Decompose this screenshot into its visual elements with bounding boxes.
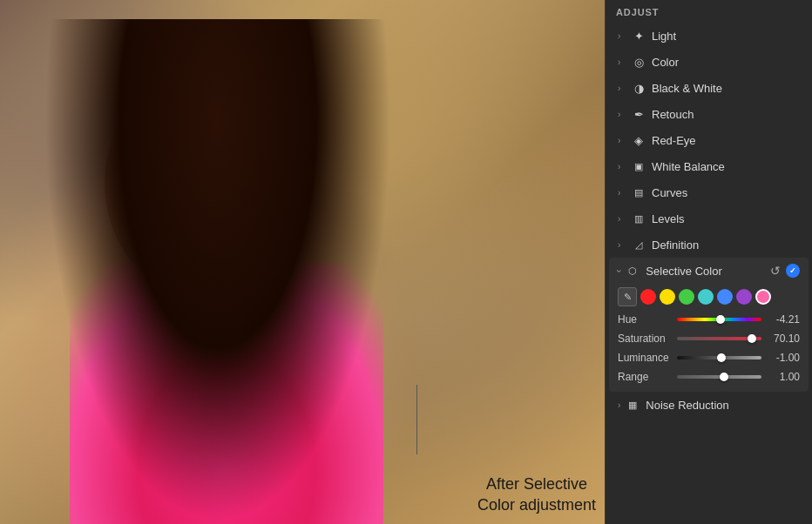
- chevron-icon: ›: [614, 269, 624, 272]
- adjust-list: › ✦ Light › ◎ Color › ◑ Black & White › …: [606, 23, 812, 524]
- swatch-cyan[interactable]: [698, 289, 714, 305]
- saturation-label: Saturation: [618, 333, 672, 345]
- saturation-thumb[interactable]: [748, 334, 756, 343]
- undo-button[interactable]: ↺: [770, 264, 781, 278]
- photo-area: After Selective Color adjustment: [0, 0, 605, 524]
- panel-title: ADJUST: [606, 0, 812, 23]
- sidebar-item-black-white[interactable]: › ◑ Black & White: [609, 75, 809, 101]
- sidebar-item-curves[interactable]: › ▤ Curves: [609, 179, 809, 205]
- curves-icon: ▤: [632, 185, 646, 199]
- range-slider-row: Range 1.00: [609, 367, 809, 386]
- chevron-icon: ›: [618, 162, 626, 171]
- noise-reduction-icon: ▦: [626, 398, 639, 412]
- swatch-blue[interactable]: [717, 289, 733, 305]
- chevron-icon: ›: [618, 110, 626, 119]
- chevron-icon: ›: [618, 214, 626, 224]
- adjust-panel: ADJUST › ✦ Light › ◎ Color › ◑ Black & W…: [605, 0, 812, 524]
- luminance-slider-row: Luminance -1.00: [609, 348, 809, 367]
- retouch-icon: ✒: [632, 107, 646, 121]
- sidebar-item-label: Black & White: [652, 82, 800, 95]
- sidebar-item-label: Definition: [652, 238, 800, 252]
- sidebar-item-selective-color[interactable]: › ⬡ Selective Color ↺: [609, 258, 809, 284]
- saturation-slider-row: Saturation 70.10: [609, 329, 809, 348]
- selective-color-actions: ↺: [770, 264, 800, 278]
- white-balance-icon: ▣: [632, 159, 646, 173]
- annotation-line: [416, 385, 417, 454]
- light-icon: ✦: [632, 29, 646, 43]
- person-overlay: [44, 19, 392, 524]
- saturation-value: 70.10: [767, 333, 800, 345]
- sidebar-item-label: Retouch: [652, 108, 800, 121]
- sidebar-item-light[interactable]: › ✦ Light: [609, 23, 809, 49]
- luminance-label: Luminance: [618, 352, 672, 364]
- black-white-icon: ◑: [632, 81, 646, 95]
- sidebar-item-noise-reduction[interactable]: › ▦ Noise Reduction: [609, 392, 809, 418]
- hue-label: Hue: [618, 313, 672, 326]
- luminance-value: -1.00: [767, 352, 800, 364]
- chevron-icon: ›: [618, 136, 626, 145]
- hue-value: -4.21: [767, 313, 800, 326]
- color-icon: ◎: [632, 55, 646, 69]
- sidebar-item-label: Color: [652, 56, 800, 69]
- luminance-thumb[interactable]: [717, 353, 726, 362]
- sidebar-item-label: Noise Reduction: [646, 399, 728, 412]
- red-eye-icon: ◈: [632, 133, 646, 147]
- sidebar-item-levels[interactable]: › ▥ Levels: [609, 205, 809, 232]
- range-thumb[interactable]: [720, 373, 728, 381]
- range-value: 1.00: [767, 371, 800, 383]
- sidebar-item-retouch[interactable]: › ✒ Retouch: [609, 101, 809, 127]
- eyedropper-button[interactable]: ✎: [618, 287, 637, 306]
- levels-icon: ▥: [632, 212, 646, 225]
- selective-color-section: › ⬡ Selective Color ↺ ✎: [609, 258, 809, 392]
- sidebar-item-label: Levels: [652, 212, 800, 225]
- luminance-slider[interactable]: [677, 356, 761, 359]
- range-label: Range: [618, 371, 672, 383]
- swatch-pink[interactable]: [755, 289, 771, 305]
- swatch-yellow[interactable]: [660, 289, 675, 305]
- sidebar-item-color[interactable]: › ◎ Color: [609, 49, 809, 75]
- active-indicator: [786, 264, 800, 278]
- sidebar-item-red-eye[interactable]: › ◈ Red-Eye: [609, 127, 809, 153]
- color-swatches: ✎: [609, 284, 809, 310]
- chevron-icon: ›: [618, 57, 626, 67]
- sidebar-item-label: Red-Eye: [652, 134, 800, 147]
- hue-slider-row: Hue -4.21: [609, 310, 809, 329]
- hue-thumb[interactable]: [716, 315, 725, 324]
- swatch-red[interactable]: [640, 289, 656, 305]
- definition-icon: ◿: [632, 238, 646, 252]
- sidebar-item-white-balance[interactable]: › ▣ White Balance: [609, 153, 809, 179]
- chevron-icon: ›: [618, 188, 626, 198]
- chevron-icon: ›: [618, 240, 626, 250]
- chevron-icon: ›: [618, 31, 626, 41]
- chevron-icon: ›: [618, 84, 626, 93]
- saturation-slider[interactable]: [677, 337, 761, 340]
- annotation-text: After Selective Color adjustment: [477, 474, 596, 515]
- chevron-icon: ›: [618, 400, 620, 410]
- sidebar-item-definition[interactable]: › ◿ Definition: [609, 232, 809, 258]
- hue-slider[interactable]: [677, 318, 761, 321]
- sidebar-item-label: Curves: [652, 186, 800, 199]
- range-slider[interactable]: [677, 375, 761, 379]
- sidebar-item-label: White Balance: [652, 160, 800, 173]
- selective-color-icon: ⬡: [626, 264, 639, 278]
- sidebar-item-label: Light: [652, 30, 800, 43]
- swatch-green[interactable]: [679, 289, 694, 305]
- swatch-purple[interactable]: [736, 289, 752, 305]
- sidebar-item-label: Selective Color: [646, 265, 770, 278]
